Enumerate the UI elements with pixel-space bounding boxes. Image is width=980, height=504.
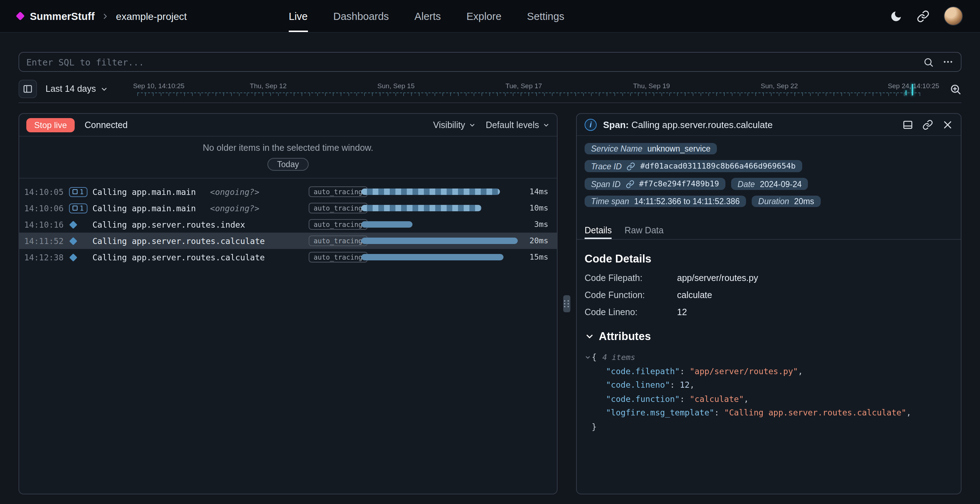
collapse-chevron-icon bbox=[585, 355, 591, 361]
today-button[interactable]: Today bbox=[267, 158, 309, 171]
date-badge: Date 2024-09-24 bbox=[731, 178, 808, 190]
app: SummerStuff example-project Live Dashboa… bbox=[0, 0, 980, 504]
default-levels-dropdown[interactable]: Default levels bbox=[486, 120, 550, 130]
sidebar-toggle-button[interactable] bbox=[19, 80, 37, 98]
theme-toggle-button[interactable] bbox=[890, 10, 902, 22]
panels: Stop live Connected Visibility Default l… bbox=[19, 113, 961, 494]
timeline-tick: Thu, Sep 19 bbox=[633, 82, 670, 89]
duration-bar bbox=[361, 205, 482, 211]
span-detail-panel: i Span: Calling app.server.routes.calcul… bbox=[576, 113, 961, 494]
nested-spans-icon bbox=[73, 189, 78, 194]
duration-label: 20ms bbox=[530, 236, 548, 246]
nav-tab-live[interactable]: Live bbox=[289, 0, 308, 32]
nested-spans-badge[interactable]: 1 bbox=[69, 187, 87, 197]
nested-spans-icon bbox=[73, 206, 78, 211]
zoom-in-icon bbox=[950, 83, 961, 95]
tag-chip: auto_tracing bbox=[309, 236, 368, 246]
duration-bar bbox=[361, 254, 504, 260]
breadcrumb-project[interactable]: example-project bbox=[116, 10, 187, 22]
nav-tab-alerts[interactable]: Alerts bbox=[415, 0, 441, 32]
timeline-tick: Thu, Sep 12 bbox=[250, 82, 287, 89]
copy-link-button[interactable] bbox=[923, 119, 933, 130]
timeline-tick: Tue, Sep 17 bbox=[506, 82, 542, 89]
trace-id-badge[interactable]: Trace ID #df01acad0311189c8b66a466d96965… bbox=[585, 160, 802, 172]
span-diamond-icon bbox=[69, 237, 78, 245]
tab-raw-data[interactable]: Raw Data bbox=[624, 223, 663, 239]
code-function-value: calculate bbox=[677, 290, 953, 300]
nav-tab-dashboards[interactable]: Dashboards bbox=[333, 0, 389, 32]
json-entry: "code.lineno": 12, bbox=[585, 378, 953, 392]
chevron-down-icon bbox=[585, 332, 595, 341]
duration-badge: Duration 20ms bbox=[752, 196, 820, 207]
json-entry: "code.function": "calculate", bbox=[585, 392, 953, 406]
duration-bar bbox=[361, 221, 412, 228]
tag-chip: auto_tracing bbox=[309, 203, 368, 214]
time-range-label: Last 14 days bbox=[46, 84, 96, 94]
timeline-histogram[interactable]: Sep 10, 14:10:25 Thu, Sep 12 Sun, Sep 15… bbox=[117, 78, 941, 100]
nav-tab-explore[interactable]: Explore bbox=[466, 0, 501, 32]
span-list: 14:10:05 1 Calling app.main.main <ongoin… bbox=[19, 179, 557, 494]
span-row[interactable]: 14:10:05 1 Calling app.main.main <ongoin… bbox=[19, 183, 557, 200]
span-row[interactable]: 14:12:38 Calling app.server.routes.calcu… bbox=[19, 249, 557, 265]
close-panel-button[interactable] bbox=[942, 119, 953, 130]
span-row[interactable]: 14:10:16 Calling app.server.routes.index… bbox=[19, 216, 557, 233]
breadcrumb-chevron-icon bbox=[101, 12, 110, 20]
panel-splitter bbox=[558, 113, 576, 494]
sql-filter-bar bbox=[19, 52, 961, 72]
span-id-badge[interactable]: Span ID #f7c8e294f7489b19 bbox=[585, 178, 725, 190]
timeline-activity-spike bbox=[906, 90, 907, 95]
sql-filter-input[interactable] bbox=[26, 57, 915, 67]
attributes-heading[interactable]: Attributes bbox=[585, 330, 953, 343]
search-button[interactable] bbox=[923, 57, 934, 67]
span-row[interactable]: 14:10:06 1 Calling app.main.main <ongoin… bbox=[19, 200, 557, 216]
ellipsis-icon bbox=[942, 56, 954, 68]
filter-overflow-menu-button[interactable] bbox=[942, 56, 954, 68]
timeline-tick-marks bbox=[137, 93, 920, 96]
ongoing-indicator: <ongoing?> bbox=[210, 203, 259, 213]
span-diamond-icon bbox=[69, 220, 78, 229]
code-function-label: Code Function: bbox=[585, 290, 677, 300]
top-nav: SummerStuff example-project Live Dashboa… bbox=[0, 0, 980, 33]
nav-tab-settings[interactable]: Settings bbox=[527, 0, 564, 32]
tag-chip: auto_tracing bbox=[309, 219, 368, 230]
json-close-line: } bbox=[585, 420, 953, 434]
visibility-dropdown[interactable]: Visibility bbox=[433, 120, 476, 130]
share-link-button[interactable] bbox=[917, 10, 929, 22]
nav-actions bbox=[890, 6, 963, 26]
duration-label: 15ms bbox=[530, 252, 548, 262]
brand-logo-icon bbox=[16, 11, 24, 20]
attributes-json-viewer: { 4 items "code.filepath": "app/server/r… bbox=[585, 351, 953, 434]
duration-bar bbox=[361, 188, 500, 195]
timeline-tick: Sep 10, 14:10:25 bbox=[133, 82, 185, 89]
code-filepath-label: Code Filepath: bbox=[585, 273, 677, 283]
detail-tabs: Details Raw Data bbox=[577, 223, 961, 240]
service-name-badge: Service Name unknown_service bbox=[585, 143, 717, 155]
brand-name[interactable]: SummerStuff bbox=[30, 10, 95, 22]
empty-window-notice: No older items in the selected time wind… bbox=[19, 137, 557, 179]
tab-details[interactable]: Details bbox=[585, 223, 612, 239]
link-icon bbox=[625, 180, 634, 188]
chevron-down-icon bbox=[100, 85, 108, 93]
link-icon bbox=[923, 119, 933, 130]
code-lineno-value: 12 bbox=[677, 307, 953, 317]
sidebar-toggle-icon bbox=[23, 84, 33, 94]
detail-title: Span: Calling app.server.routes.calculat… bbox=[603, 119, 773, 130]
user-avatar[interactable] bbox=[944, 6, 963, 26]
json-entry: "code.filepath": "app/server/routes.py", bbox=[585, 365, 953, 378]
timeline-zoom-button[interactable] bbox=[950, 83, 961, 95]
breadcrumb: SummerStuff example-project bbox=[17, 10, 187, 22]
splitter-drag-handle[interactable] bbox=[563, 295, 570, 312]
json-root-line[interactable]: { 4 items bbox=[585, 351, 953, 365]
time-range-dropdown[interactable]: Last 14 days bbox=[46, 84, 108, 94]
code-filepath-value: app/server/routes.py bbox=[677, 273, 953, 283]
chevron-down-icon bbox=[469, 121, 476, 128]
search-icon bbox=[923, 57, 934, 67]
span-row-selected[interactable]: 14:11:52 Calling app.server.routes.calcu… bbox=[19, 233, 557, 249]
info-icon: i bbox=[585, 118, 597, 131]
nested-spans-badge[interactable]: 1 bbox=[69, 203, 87, 213]
timeline-tick: Sep 24, 14:10:25 bbox=[888, 82, 939, 89]
code-details-heading: Code Details bbox=[585, 252, 953, 265]
duration-label: 10ms bbox=[530, 203, 548, 213]
dock-panel-button[interactable] bbox=[902, 119, 913, 130]
stop-live-button[interactable]: Stop live bbox=[26, 118, 75, 132]
